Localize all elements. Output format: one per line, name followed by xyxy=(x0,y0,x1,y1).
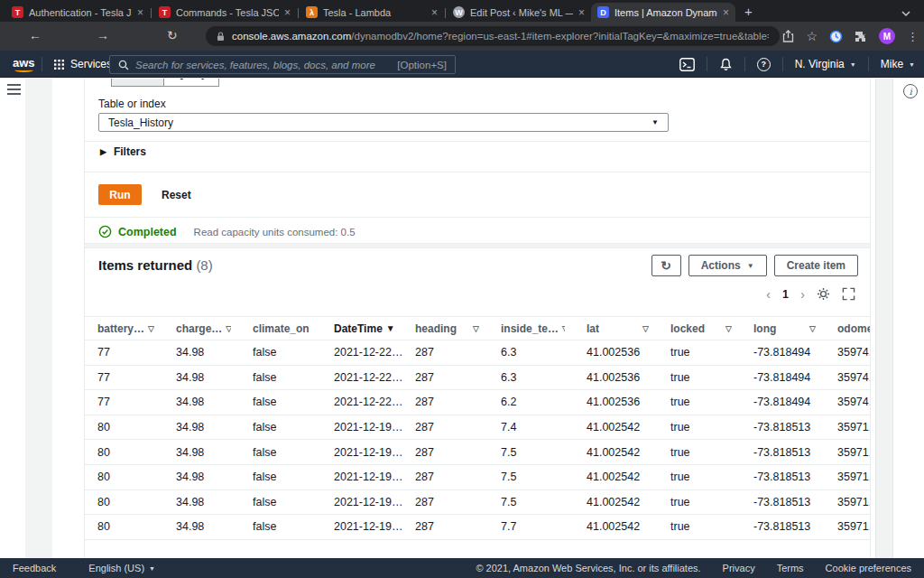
previous-page-icon[interactable]: ‹ xyxy=(766,287,771,301)
table-row[interactable]: 8034.98false2021-12-19…2877.541.002542tr… xyxy=(85,464,871,489)
feedback-link[interactable]: Feedback xyxy=(13,563,56,573)
create-item-button[interactable]: Create item xyxy=(774,255,858,276)
table-cell: 7.7 xyxy=(488,515,574,540)
language-selector[interactable]: English (US) ▼ xyxy=(88,563,155,573)
filter-icon[interactable]: ▽ xyxy=(809,324,816,333)
column-header-climate_on[interactable]: climate_on▽ xyxy=(240,317,321,340)
page-number[interactable]: 1 xyxy=(782,288,789,301)
table-cell: -73.818513 xyxy=(741,440,825,465)
column-header-locked[interactable]: locked▽ xyxy=(658,317,741,340)
refresh-button[interactable]: ↻ xyxy=(651,255,681,276)
new-tab-button[interactable]: + xyxy=(744,4,753,19)
region-selector[interactable]: N. Virginia ▼ xyxy=(795,58,856,70)
reload-icon[interactable]: ↻ xyxy=(167,28,178,43)
notifications-bell-icon[interactable] xyxy=(719,58,733,71)
run-button[interactable]: Run xyxy=(98,184,142,205)
actions-dropdown-button[interactable]: Actions ▼ xyxy=(688,255,767,276)
close-icon[interactable]: × xyxy=(431,7,438,18)
terms-link[interactable]: Terms xyxy=(777,563,804,573)
query-toggle-button[interactable]: Query xyxy=(164,79,219,87)
cloudshell-icon[interactable] xyxy=(679,58,695,71)
settings-gear-icon[interactable] xyxy=(817,287,830,301)
table-cell: 35974.17 xyxy=(825,340,871,366)
help-icon[interactable]: ? xyxy=(757,58,771,71)
table-cell: false xyxy=(240,464,321,489)
aws-search-input[interactable]: Search for services, features, blogs, do… xyxy=(109,55,456,74)
hamburger-menu-icon[interactable] xyxy=(7,84,21,98)
reset-button[interactable]: Reset xyxy=(162,184,191,205)
filter-icon[interactable]: ▽ xyxy=(148,324,154,333)
filters-expander[interactable]: ▶ Filters xyxy=(100,145,146,158)
fullscreen-expand-icon[interactable] xyxy=(842,287,855,301)
next-page-icon[interactable]: › xyxy=(800,287,805,301)
table-cell: false xyxy=(240,390,321,415)
close-icon[interactable]: × xyxy=(723,7,729,18)
column-header-charge[interactable]: charge…▽ xyxy=(163,317,240,340)
close-icon[interactable]: × xyxy=(578,7,585,18)
filter-icon[interactable]: ▽ xyxy=(642,324,649,333)
filter-icon[interactable]: ▽ xyxy=(562,324,565,333)
table-row[interactable]: 8034.98false2021-12-19…2877.441.002542tr… xyxy=(85,415,871,440)
pagination: ‹ 1 › xyxy=(766,287,855,301)
account-menu[interactable]: Mike ▼ xyxy=(881,58,915,70)
close-icon[interactable]: × xyxy=(284,7,291,18)
column-label: charge… xyxy=(176,322,222,335)
table-select-dropdown[interactable]: Tesla_History ▼ xyxy=(98,113,669,132)
table-cell: 34.98 xyxy=(163,464,240,489)
table-cell: -73.818494 xyxy=(741,340,825,366)
close-icon[interactable]: × xyxy=(137,7,143,18)
table-row[interactable]: 8034.98false2021-12-19…2877.741.002542tr… xyxy=(85,515,871,540)
column-header-inside_te[interactable]: inside_te…▽ xyxy=(488,317,574,340)
services-menu[interactable]: Services xyxy=(54,51,112,78)
column-header-odometer[interactable]: odometer▽ xyxy=(825,317,871,340)
column-label: inside_te… xyxy=(501,322,559,335)
column-header-lat[interactable]: lat▽ xyxy=(574,317,658,340)
filter-icon[interactable]: ▽ xyxy=(473,324,479,333)
tab-dynamodb-active[interactable]: D Items | Amazon DynamoDB Ma × xyxy=(591,3,735,22)
table-row[interactable]: 8034.98false2021-12-19…2877.541.002542tr… xyxy=(85,489,871,515)
info-icon[interactable]: i xyxy=(903,84,918,98)
table-cell: 34.98 xyxy=(163,415,240,440)
table-row[interactable]: 7734.98false2021-12-22…2876.341.002536tr… xyxy=(85,340,871,366)
search-icon xyxy=(118,60,129,70)
back-icon[interactable]: ← xyxy=(29,28,42,43)
nav-separator xyxy=(707,57,707,71)
extensions-puzzle-icon[interactable] xyxy=(855,30,867,42)
share-icon[interactable] xyxy=(782,30,794,42)
column-header-datetime[interactable]: DateTime▼ xyxy=(321,317,402,340)
items-table-header-row: battery…▽charge…▽climate_on▽DateTime▼hea… xyxy=(85,317,871,340)
privacy-link[interactable]: Privacy xyxy=(723,563,755,573)
search-placeholder: Search for services, features, blogs, do… xyxy=(135,60,391,70)
tab-wordpress[interactable]: W Edit Post ‹ Mike's ML — WordP × xyxy=(447,3,591,22)
table-row[interactable]: 7734.98false2021-12-22…2876.241.002536tr… xyxy=(85,390,871,415)
scan-toggle-button[interactable]: Scan xyxy=(111,79,164,87)
column-header-long[interactable]: long▽ xyxy=(741,317,825,340)
bookmark-star-icon[interactable]: ☆ xyxy=(806,29,818,43)
column-header-battery[interactable]: battery…▽ xyxy=(85,317,163,340)
column-header-heading[interactable]: heading▽ xyxy=(402,317,488,340)
lambda-favicon-icon: λ xyxy=(306,6,318,18)
sort-descending-icon[interactable]: ▼ xyxy=(386,323,393,333)
forward-icon[interactable]: → xyxy=(97,28,109,43)
tab-overflow-chevron-icon[interactable] xyxy=(901,10,911,17)
tab-authentication[interactable]: T Authentication - Tesla JSON A × xyxy=(5,3,150,22)
extension-history-icon[interactable] xyxy=(829,30,843,43)
table-cell: 2021-12-22… xyxy=(321,365,402,390)
table-cell: 34.98 xyxy=(163,440,240,465)
table-cell: 35971.55 xyxy=(825,415,871,440)
table-row[interactable]: 7734.98false2021-12-22…2876.341.002536tr… xyxy=(85,365,871,390)
browser-menu-kebab-icon[interactable]: ⋮ xyxy=(907,30,919,43)
tab-commands[interactable]: T Commands - Tesla JSON API ( × xyxy=(152,3,297,22)
items-returned-label: Items returned xyxy=(98,257,192,273)
nav-separator xyxy=(782,57,783,71)
filter-icon[interactable]: ▽ xyxy=(725,324,732,333)
profile-avatar[interactable]: M xyxy=(879,28,895,44)
table-row[interactable]: 8034.98false2021-12-19…2877.541.002542tr… xyxy=(85,440,871,465)
vertical-scrollbar[interactable] xyxy=(875,79,893,558)
aws-logo[interactable]: aws xyxy=(13,56,35,70)
chevron-down-icon: ▼ xyxy=(149,565,155,572)
tab-lambda[interactable]: λ Tesla - Lambda × xyxy=(300,3,444,22)
url-bar[interactable]: console.aws.amazon.com/dynamodbv2/home?r… xyxy=(206,26,780,46)
filter-icon[interactable]: ▽ xyxy=(226,324,231,333)
cookie-preferences-link[interactable]: Cookie preferences xyxy=(826,563,911,573)
